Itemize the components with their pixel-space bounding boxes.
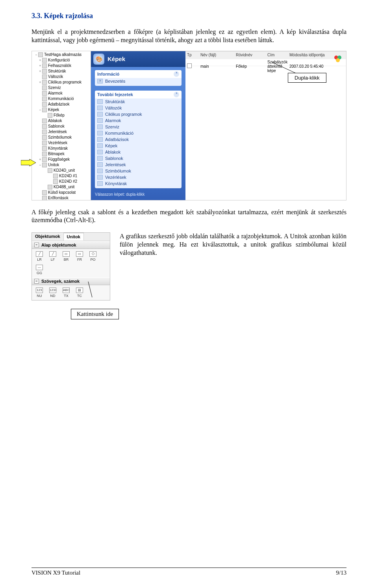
tool-br[interactable]: ▭BR bbox=[61, 251, 71, 262]
tree-twist-icon[interactable]: + bbox=[38, 58, 42, 63]
tree-item[interactable]: Adatbázisok bbox=[33, 102, 91, 107]
chapter-link[interactable]: Alarmok bbox=[95, 117, 182, 124]
tree-item[interactable]: −Képek bbox=[33, 107, 91, 113]
tree-item[interactable]: KD24D #2 bbox=[33, 179, 91, 184]
chapter-link[interactable]: Változók bbox=[95, 105, 182, 111]
chapter-label: Vezérlések bbox=[105, 175, 126, 180]
chapter-icon bbox=[97, 143, 103, 148]
tree-item[interactable]: Kommunikáció bbox=[33, 96, 91, 102]
chapter-link[interactable]: Sablonok bbox=[95, 155, 182, 161]
checkbox-icon[interactable] bbox=[187, 63, 192, 68]
chapter-link[interactable]: Struktúrák bbox=[95, 98, 182, 105]
tree-twist-icon[interactable]: − bbox=[34, 52, 38, 58]
tree-twist-icon[interactable]: + bbox=[38, 63, 42, 69]
tool-lf[interactable]: ╱LF bbox=[48, 251, 58, 262]
chapter-link[interactable]: Jelentések bbox=[95, 161, 182, 168]
chapter-link[interactable]: Szimbólumok bbox=[95, 168, 182, 174]
tree-item[interactable]: KD24D_unit bbox=[33, 168, 91, 173]
tool-tc[interactable]: ▤TC bbox=[74, 288, 85, 298]
tree-item-label: KD24D #2 bbox=[59, 179, 77, 184]
chapter-link[interactable]: Ciklikus programok bbox=[95, 111, 182, 117]
tree-item[interactable]: Bitmapek bbox=[33, 151, 91, 157]
collapse-icon[interactable]: ˄ bbox=[174, 92, 179, 97]
app-logo-icon bbox=[334, 54, 342, 63]
section-alap[interactable]: − Alap objektumok bbox=[32, 241, 110, 249]
tree-item[interactable]: Főkép bbox=[33, 113, 91, 118]
tree-item[interactable]: Könyvtárak bbox=[33, 146, 91, 151]
tree-item[interactable]: Ablakok bbox=[33, 118, 91, 124]
tree-item[interactable]: KD24D #1 bbox=[33, 173, 91, 179]
images-list-pane: Tp Név (fájl) Rövidnév Cím Módosítás idő… bbox=[185, 51, 346, 200]
info-card-item[interactable]: ? Bevezetés bbox=[95, 78, 182, 84]
tree-item[interactable]: Alarmok bbox=[33, 91, 91, 96]
tree-node-icon bbox=[42, 96, 47, 101]
chapter-link[interactable]: Szerviz bbox=[95, 124, 182, 130]
tree-item[interactable]: +Ciklikus programok bbox=[33, 80, 91, 85]
tool-label: LR bbox=[37, 258, 42, 262]
tab-objektumok[interactable]: Objektumok bbox=[32, 233, 64, 241]
chapter-link[interactable]: Könyvtárak bbox=[95, 180, 182, 187]
chapter-link[interactable]: Képek bbox=[95, 143, 182, 149]
tool-label: NU bbox=[37, 294, 42, 298]
tree-item[interactable]: Változók bbox=[33, 74, 91, 80]
tree-item[interactable]: −Unitok bbox=[33, 162, 91, 168]
chapter-label: Alarmok bbox=[105, 118, 121, 123]
row-short: Főkép bbox=[236, 64, 267, 69]
expand-icon[interactable]: − bbox=[34, 279, 39, 284]
tree-item[interactable]: Külső kapcsolat bbox=[33, 190, 91, 195]
tree-twist-icon[interactable]: + bbox=[38, 80, 42, 85]
tree-item[interactable]: Erőforrások bbox=[33, 195, 91, 200]
tool-gg[interactable]: —GG bbox=[34, 265, 44, 275]
tree-node-icon bbox=[42, 135, 47, 140]
tool-tx[interactable]: ABCTX bbox=[61, 288, 71, 298]
tree-item-label: KD24D_unit bbox=[54, 168, 75, 173]
tree-item[interactable]: KD48B_unit bbox=[33, 184, 91, 190]
tool-po[interactable]: ⬠PO bbox=[88, 251, 98, 262]
list-row[interactable]: main Főkép Szabályzók áttekintő képe 200… bbox=[185, 59, 346, 66]
collapse-icon[interactable]: ˄ bbox=[174, 71, 179, 77]
tool-fr[interactable]: ▭FR bbox=[74, 251, 85, 262]
tree-item[interactable]: Sablonok bbox=[33, 124, 91, 129]
info-card-header[interactable]: Információ ˄ bbox=[95, 70, 182, 78]
tree-item[interactable]: −TestHaga alkalmazás bbox=[33, 52, 91, 58]
tool-nd[interactable]: 123+ND bbox=[48, 288, 58, 298]
chapter-link[interactable]: Adatbázisok bbox=[95, 136, 182, 143]
tree-twist-icon[interactable]: + bbox=[38, 69, 42, 74]
tree-node-icon bbox=[42, 91, 47, 96]
tree-twist-icon[interactable]: − bbox=[38, 107, 42, 113]
tree-item[interactable]: Szerviz bbox=[33, 85, 91, 91]
tree-item[interactable]: Vezérlések bbox=[33, 140, 91, 146]
chapter-link[interactable]: Kommunikáció bbox=[95, 130, 182, 136]
tree-item-label: Ciklikus programok bbox=[48, 80, 82, 85]
tree-node-icon bbox=[42, 190, 47, 195]
tool-glyph-icon: ABC bbox=[63, 288, 70, 293]
tree-item[interactable]: +Struktúrák bbox=[33, 69, 91, 74]
tree-node-icon bbox=[42, 130, 47, 134]
tree-item-label: Főkép bbox=[54, 113, 65, 118]
project-tree[interactable]: −TestHaga alkalmazás+Konfiguráció+Felhas… bbox=[32, 51, 91, 200]
tree-twist-icon[interactable]: + bbox=[38, 157, 42, 162]
tree-item[interactable]: +Konfiguráció bbox=[33, 58, 91, 63]
tree-item-label: KD24D #1 bbox=[59, 173, 77, 179]
tree-node-icon bbox=[42, 58, 47, 63]
chapter-link[interactable]: Ablakok bbox=[95, 149, 182, 155]
chapter-link[interactable]: Vezérlések bbox=[95, 174, 182, 180]
tree-item[interactable]: +Függőségek bbox=[33, 157, 91, 162]
chapter-icon bbox=[97, 169, 103, 173]
expand-icon[interactable]: − bbox=[34, 243, 39, 247]
panel-title: Képek bbox=[107, 56, 125, 62]
tool-glyph-icon: 123 bbox=[36, 288, 43, 293]
tree-item[interactable]: +Felhasználók bbox=[33, 63, 91, 69]
dupla-klikk-callout: Dupla-klikk bbox=[288, 73, 326, 83]
tree-twist-icon[interactable]: − bbox=[38, 162, 42, 168]
chapters-card-header[interactable]: További fejezetek ˄ bbox=[95, 91, 182, 98]
tool-lr[interactable]: ╱LR bbox=[34, 251, 44, 262]
chapter-label: Könyvtárak bbox=[105, 181, 127, 186]
tree-item-label: Unitok bbox=[48, 162, 59, 168]
tree-node-icon bbox=[38, 52, 43, 57]
tree-item[interactable]: Szimbólumok bbox=[33, 135, 91, 140]
tool-nu[interactable]: 123NU bbox=[34, 288, 44, 298]
tree-item[interactable]: Jelentések bbox=[33, 129, 91, 135]
tab-unitok[interactable]: Unitok bbox=[64, 233, 84, 241]
tool-glyph-icon: ▭ bbox=[63, 251, 70, 257]
